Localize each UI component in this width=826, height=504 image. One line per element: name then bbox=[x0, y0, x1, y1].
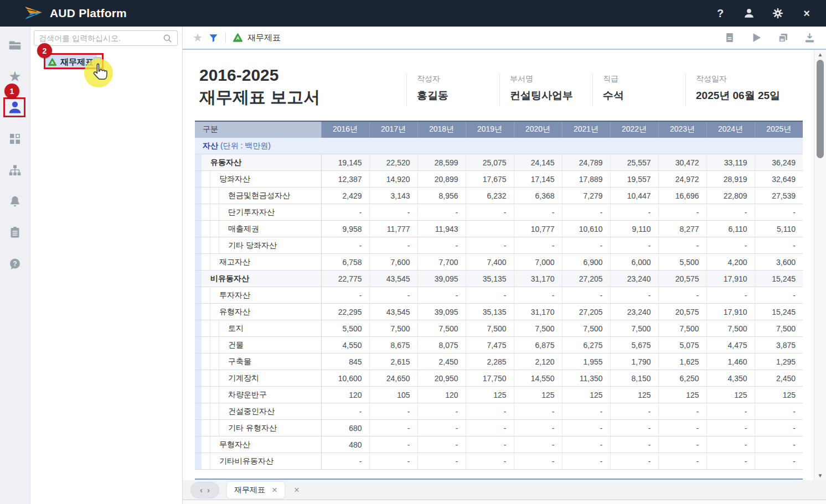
value-cell: - bbox=[755, 437, 803, 453]
clipboard-icon[interactable] bbox=[6, 224, 24, 241]
value-cell: - bbox=[466, 204, 514, 221]
value-cell: - bbox=[610, 437, 658, 453]
value-cell: 680 bbox=[321, 420, 369, 437]
value-cell: 22,295 bbox=[321, 304, 369, 320]
value-cell: 125 bbox=[562, 387, 610, 403]
value-cell: 17,910 bbox=[706, 304, 755, 320]
tree-item-financial-statements[interactable]: A 재무제표 bbox=[45, 55, 97, 69]
download-icon[interactable] bbox=[803, 31, 816, 44]
tab-financial-statements[interactable]: 재무제표 × bbox=[227, 482, 285, 498]
document-icon[interactable] bbox=[723, 31, 736, 44]
hierarchy-icon[interactable] bbox=[6, 162, 24, 179]
value-cell: 22,809 bbox=[706, 188, 755, 204]
scroll-down-arrow[interactable]: ▼ bbox=[814, 472, 826, 479]
close-all-tabs-icon[interactable]: × bbox=[294, 485, 300, 495]
favorite-star-icon[interactable]: ★ bbox=[193, 31, 203, 44]
value-cell: 24,650 bbox=[369, 370, 417, 387]
value-cell: 7,500 bbox=[658, 320, 706, 337]
value-cell: 30,472 bbox=[658, 154, 706, 171]
content-toolbar: ★ A 재무제표 bbox=[183, 27, 826, 50]
section-strip-cell bbox=[195, 237, 202, 254]
search-icon[interactable] bbox=[162, 33, 173, 44]
run-play-icon[interactable] bbox=[750, 31, 763, 44]
help-bubble-icon[interactable]: ? bbox=[6, 255, 24, 273]
value-cell: 7,500 bbox=[514, 320, 562, 337]
value-cell: 7,475 bbox=[466, 337, 514, 354]
bell-icon[interactable] bbox=[6, 193, 24, 210]
value-cell: - bbox=[321, 287, 369, 304]
dashboard-grid-icon[interactable] bbox=[6, 130, 24, 148]
gear-icon[interactable] bbox=[771, 6, 785, 20]
value-cell: - bbox=[321, 453, 369, 470]
search-input[interactable] bbox=[39, 34, 162, 43]
value-cell: 6,275 bbox=[562, 337, 610, 354]
tab-scroll-right-icon[interactable]: › bbox=[207, 486, 210, 494]
help-icon[interactable]: ? bbox=[713, 6, 727, 20]
value-cell: 43,545 bbox=[369, 304, 417, 320]
row-label: 건설중인자산 bbox=[202, 403, 321, 420]
vertical-scrollbar[interactable]: ▲ ▼ bbox=[814, 50, 826, 480]
value-cell: 7,279 bbox=[562, 188, 610, 204]
value-cell: - bbox=[321, 403, 369, 420]
value-cell: - bbox=[610, 453, 658, 470]
tab-scroll-left-icon[interactable]: ‹ bbox=[200, 486, 203, 494]
section-cell: 자산(단위 : 백만원) bbox=[195, 138, 803, 154]
table-row: 비유동자산22,77543,54539,09535,13531,17027,20… bbox=[195, 271, 803, 287]
row-label: 구축물 bbox=[202, 354, 321, 370]
value-cell: - bbox=[369, 237, 417, 254]
annotation-badge-2: 2 bbox=[37, 43, 52, 58]
meta-author: 작성자 홍길동 bbox=[406, 73, 499, 106]
value-cell: 125 bbox=[514, 387, 562, 403]
value-cell: 25,075 bbox=[466, 154, 514, 171]
tree-item-detail-square[interactable] bbox=[94, 57, 101, 65]
value-cell: 7,500 bbox=[466, 320, 514, 337]
save-copy-icon[interactable] bbox=[776, 31, 789, 44]
value-cell: 17,675 bbox=[466, 171, 514, 188]
value-cell: 125 bbox=[466, 387, 514, 403]
value-cell: - bbox=[755, 287, 803, 304]
folder-icon[interactable] bbox=[6, 37, 24, 54]
report-viewport: 2016-2025 재무제표 보고서 작성자 홍길동 부서명 컨설팅사업부 bbox=[183, 50, 826, 480]
favorites-star-icon[interactable]: ★ bbox=[6, 67, 24, 85]
value-cell: - bbox=[658, 437, 706, 453]
scroll-up-arrow[interactable]: ▲ bbox=[814, 51, 826, 58]
value-cell: 120 bbox=[417, 387, 466, 403]
tab-close-icon[interactable]: × bbox=[272, 485, 277, 495]
value-cell: - bbox=[610, 204, 658, 221]
scrollbar-thumb[interactable] bbox=[817, 60, 824, 158]
table-header-row: 구분2016년2017년2018년2019년2020년2021년2022년202… bbox=[195, 121, 803, 138]
value-cell: 8,277 bbox=[658, 221, 706, 237]
value-cell: 11,777 bbox=[369, 221, 417, 237]
value-cell: - bbox=[706, 437, 755, 453]
value-cell: - bbox=[514, 437, 562, 453]
value-cell: - bbox=[321, 237, 369, 254]
row-label: 비유동자산 bbox=[202, 271, 321, 287]
value-cell: 6,250 bbox=[658, 370, 706, 387]
value-cell: - bbox=[417, 204, 466, 221]
report-meta: 작성자 홍길동 부서명 컨설팅사업부 직급 수석 bbox=[406, 73, 791, 106]
user-profile-icon[interactable] bbox=[6, 98, 24, 116]
value-cell: - bbox=[369, 403, 417, 420]
value-cell: 24,972 bbox=[658, 171, 706, 188]
value-cell: - bbox=[369, 437, 417, 453]
column-header-year: 2018년 bbox=[417, 121, 466, 138]
column-header-year: 2020년 bbox=[514, 121, 562, 138]
value-cell: 14,550 bbox=[514, 370, 562, 387]
row-label: 기타 유형자산 bbox=[202, 420, 321, 437]
table-row: 토지5,5007,5007,5007,5007,5007,5007,5007,5… bbox=[195, 320, 803, 337]
value-cell: 2,429 bbox=[321, 188, 369, 204]
table-row: 기타비유동자산---------- bbox=[195, 453, 803, 470]
row-label: 매출제권 bbox=[202, 221, 321, 237]
value-cell: 1,295 bbox=[755, 354, 803, 370]
value-cell: - bbox=[417, 420, 466, 437]
bottom-strip bbox=[183, 500, 826, 504]
section-strip-cell bbox=[195, 320, 202, 337]
user-icon[interactable] bbox=[742, 6, 756, 20]
value-cell: 16,696 bbox=[658, 188, 706, 204]
filter-icon[interactable] bbox=[208, 33, 219, 43]
bottom-tab-bar: ‹ › 재무제표 × × bbox=[183, 480, 826, 500]
section-strip-cell bbox=[195, 188, 202, 204]
section-row: 자산(단위 : 백만원) bbox=[195, 138, 803, 154]
close-icon[interactable]: × bbox=[799, 6, 814, 20]
value-cell: 20,575 bbox=[658, 304, 706, 320]
